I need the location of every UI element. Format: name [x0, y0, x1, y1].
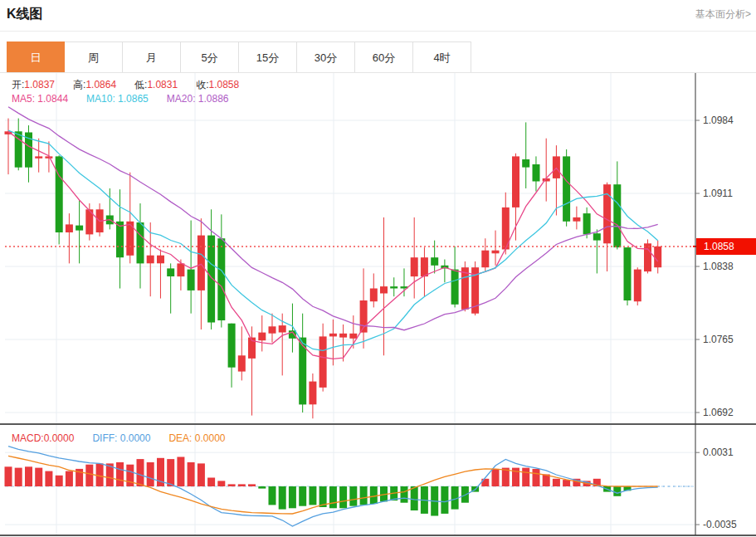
- svg-text:1.0692: 1.0692: [703, 407, 734, 418]
- open-readout: 开:1.0837: [12, 78, 55, 92]
- svg-text:1.0984: 1.0984: [703, 115, 734, 126]
- dea-value: DEA: 0.0000: [168, 432, 225, 444]
- diff-value: DIFF: 0.0000: [92, 432, 150, 444]
- macd-value: MACD:0.0000: [12, 432, 74, 444]
- current-price-tag: 1.0858: [696, 238, 756, 255]
- high-readout: 高:1.0864: [73, 78, 116, 92]
- svg-text:1.0838: 1.0838: [703, 261, 734, 272]
- ma10-readout: MA10: 1.0865: [86, 93, 149, 105]
- svg-text:1.0911: 1.0911: [703, 188, 733, 199]
- ma5-readout: MA5: 1.0844: [12, 93, 68, 105]
- macd-layer: [5, 447, 696, 526]
- ma-readout: MA5: 1.0844 MA10: 1.0865 MA20: 1.0886: [12, 93, 247, 105]
- macd-readout: MACD:0.0000 DIFF: 0.0000 DEA: 0.0000: [12, 432, 243, 444]
- svg-text:0.0031: 0.0031: [703, 447, 734, 458]
- ma20-readout: MA20: 1.0886: [167, 93, 229, 105]
- svg-text:-0.0035: -0.0035: [703, 519, 737, 530]
- candles-layer: [5, 119, 662, 419]
- ohlc-readout: 开:1.0837 高:1.0864 低:1.0831 收:1.0858: [12, 78, 257, 92]
- svg-text:1.0765: 1.0765: [703, 334, 734, 345]
- low-readout: 低:1.0831: [134, 78, 178, 92]
- close-readout: 收:1.0858: [196, 78, 239, 92]
